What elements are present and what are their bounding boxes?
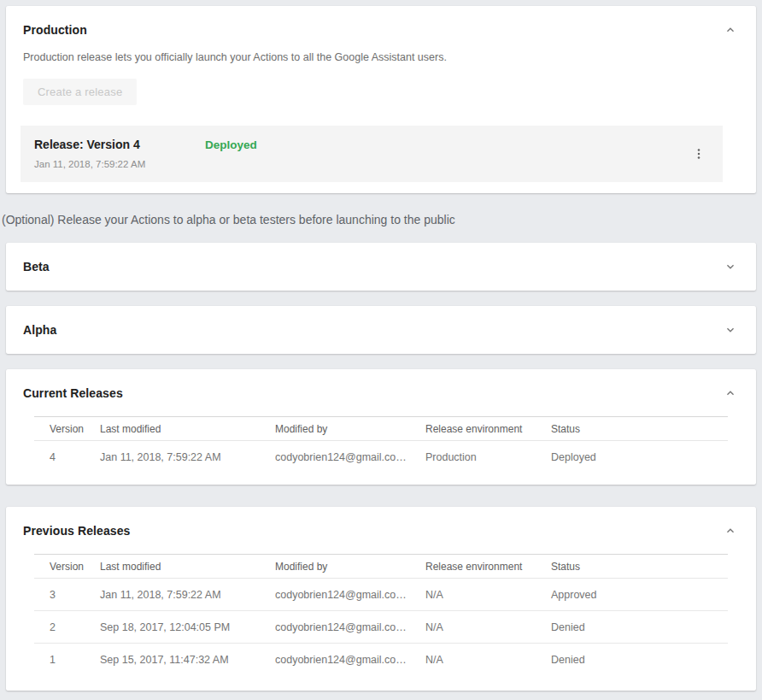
cell-status: Approved (551, 589, 728, 601)
column-header-version: Version (34, 561, 100, 573)
cell-status: Deployed (551, 451, 728, 463)
chevron-up-icon[interactable] (724, 386, 737, 400)
current-releases-header[interactable]: Current Releases (6, 386, 756, 400)
table-row: 3 Jan 11, 2018, 7:59:22 AM codyobrien124… (34, 579, 728, 611)
column-header-last-modified: Last modified (100, 423, 275, 435)
release-status-badge: Deployed (205, 138, 257, 151)
cell-status: Denied (551, 654, 728, 666)
beta-card-header[interactable]: Beta (6, 243, 756, 291)
table-header-row: Version Last modified Modified by Releas… (34, 416, 728, 441)
previous-releases-header[interactable]: Previous Releases (6, 524, 756, 538)
cell-status: Denied (551, 621, 728, 633)
production-card: Production Production release lets you o… (6, 6, 756, 193)
cell-version: 1 (34, 654, 100, 666)
production-card-header[interactable]: Production (6, 23, 756, 37)
previous-releases-card: Previous Releases Version Last modified … (6, 507, 756, 691)
create-release-button[interactable]: Create a release (23, 79, 137, 105)
optional-note: (Optional) Release your Actions to alpha… (2, 213, 756, 226)
current-releases-title: Current Releases (23, 386, 123, 400)
cell-release-environment: Production (425, 451, 551, 463)
cell-release-environment: N/A (425, 654, 551, 666)
cell-modified-by: codyobrien124@gmail.co… (275, 654, 425, 666)
previous-releases-table: Version Last modified Modified by Releas… (34, 554, 728, 676)
release-more-options-button[interactable] (689, 144, 709, 164)
releases-page: Production Production release lets you o… (0, 0, 762, 700)
cell-version: 3 (34, 589, 100, 601)
table-row: 2 Sep 18, 2017, 12:04:05 PM codyobrien12… (34, 611, 728, 644)
column-header-release-environment: Release environment (425, 561, 551, 573)
release-row: Release: Version 4 Deployed Jan 11, 2018… (21, 126, 723, 182)
production-title: Production (23, 23, 87, 37)
column-header-modified-by: Modified by (275, 561, 425, 573)
alpha-card: Alpha (6, 306, 756, 354)
column-header-status: Status (551, 423, 728, 435)
chevron-down-icon[interactable] (724, 260, 737, 274)
beta-card: Beta (6, 243, 756, 291)
cell-release-environment: N/A (425, 589, 551, 601)
current-releases-card: Current Releases Version Last modified M… (6, 369, 756, 485)
chevron-up-icon[interactable] (724, 23, 737, 37)
cell-version: 4 (34, 451, 100, 463)
release-info: Release: Version 4 Deployed Jan 11, 2018… (34, 138, 257, 169)
cell-last-modified: Jan 11, 2018, 7:59:22 AM (100, 451, 275, 463)
chevron-down-icon[interactable] (724, 323, 737, 337)
table-row: 4 Jan 11, 2018, 7:59:22 AM codyobrien124… (34, 441, 728, 474)
alpha-title: Alpha (23, 323, 56, 337)
previous-releases-title: Previous Releases (23, 524, 130, 538)
beta-title: Beta (23, 260, 50, 274)
cell-version: 2 (34, 621, 100, 633)
cell-last-modified: Sep 15, 2017, 11:47:32 AM (100, 654, 275, 666)
table-header-row: Version Last modified Modified by Releas… (34, 554, 728, 579)
alpha-card-header[interactable]: Alpha (6, 306, 756, 354)
column-header-version: Version (34, 423, 100, 435)
production-description: Production release lets you officially l… (6, 51, 756, 63)
cell-modified-by: codyobrien124@gmail.co… (275, 451, 425, 463)
release-title: Release: Version 4 (34, 138, 205, 151)
cell-modified-by: codyobrien124@gmail.co… (275, 621, 425, 633)
column-header-modified-by: Modified by (275, 423, 425, 435)
cell-last-modified: Jan 11, 2018, 7:59:22 AM (100, 589, 275, 601)
release-date: Jan 11, 2018, 7:59:22 AM (34, 159, 257, 169)
kebab-icon (692, 150, 706, 163)
column-header-release-environment: Release environment (425, 423, 551, 435)
cell-modified-by: codyobrien124@gmail.co… (275, 589, 425, 601)
column-header-status: Status (551, 561, 728, 573)
table-row: 1 Sep 15, 2017, 11:47:32 AM codyobrien12… (34, 644, 728, 676)
chevron-up-icon[interactable] (724, 524, 737, 538)
cell-last-modified: Sep 18, 2017, 12:04:05 PM (100, 621, 275, 633)
column-header-last-modified: Last modified (100, 561, 275, 573)
cell-release-environment: N/A (425, 621, 551, 633)
current-releases-table: Version Last modified Modified by Releas… (34, 416, 728, 474)
